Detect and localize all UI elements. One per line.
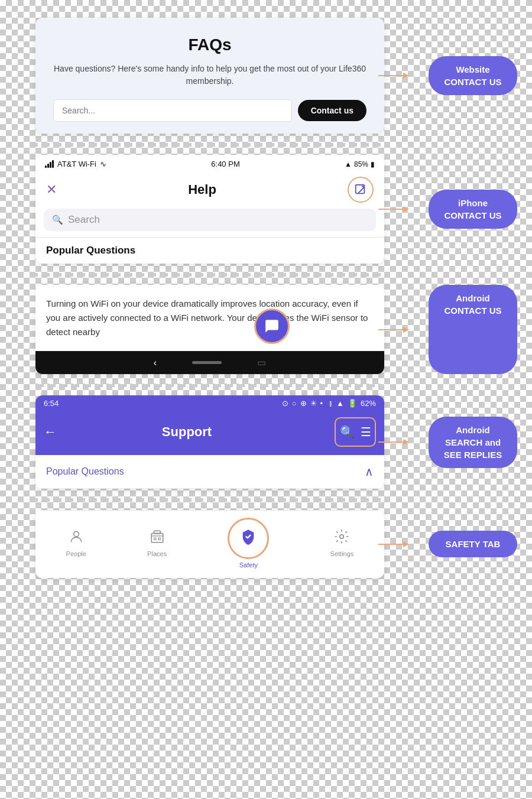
android-support-header: ← Support 🔍 ☰ bbox=[35, 411, 384, 455]
android-support-card: 6:54 ⊙ ○ ⊕ ✳ • ⫿ ▲ 🔋 62% ← Support bbox=[35, 395, 384, 489]
settings-icon bbox=[334, 529, 349, 548]
iphone-popular-questions: Popular Questions bbox=[35, 237, 384, 264]
arrow-connector2 bbox=[378, 203, 411, 215]
section5-row: People Places bbox=[35, 510, 532, 578]
carrier-label: AT&T Wi-Fi bbox=[57, 160, 96, 168]
nav-item-people[interactable]: People bbox=[66, 529, 86, 557]
android-chat-button[interactable] bbox=[254, 308, 290, 344]
arrow-connector3 bbox=[378, 324, 411, 336]
people-icon bbox=[69, 529, 84, 548]
safety-icon bbox=[240, 528, 257, 548]
arrow-connector bbox=[378, 70, 411, 82]
arrow-connector5 bbox=[378, 538, 411, 550]
section3-row: Turning on WiFi on your device dramatica… bbox=[35, 285, 532, 374]
android-bluetooth-icon: ✳ bbox=[310, 399, 317, 408]
android-recent-button[interactable]: ▭ bbox=[257, 357, 266, 368]
safety-label: Safety bbox=[239, 561, 258, 569]
android-search-icon[interactable]: 🔍 bbox=[340, 425, 355, 439]
android-time: 6:54 bbox=[44, 399, 59, 408]
android-battery-icon: 🔋 bbox=[348, 399, 357, 408]
places-icon bbox=[150, 529, 165, 548]
svg-rect-12 bbox=[154, 531, 160, 533]
faq-title: FAQs bbox=[53, 35, 366, 54]
search-icon: 🔍 bbox=[52, 215, 63, 225]
svg-rect-14 bbox=[154, 538, 155, 540]
divider4 bbox=[35, 498, 384, 502]
android-location-icon: ⊙ bbox=[282, 399, 288, 408]
android-contact-card: Turning on WiFi on your device dramatica… bbox=[35, 285, 384, 374]
settings-label: Settings bbox=[330, 550, 354, 557]
iphone-header: ✕ Help bbox=[35, 173, 384, 209]
main-container: FAQs Have questions? Here's some handy i… bbox=[0, 0, 532, 602]
section2-row: AT&T Wi-Fi ∿ 6:40 PM ▲ 85% ▮ ✕ Help bbox=[35, 155, 532, 264]
android-ring-icon: ○ bbox=[292, 399, 297, 408]
android-popular-label: Popular Questions bbox=[46, 466, 124, 477]
iphone-header-title: Help bbox=[188, 182, 216, 197]
nav-item-settings[interactable]: Settings bbox=[330, 529, 354, 557]
android-support-title: Support bbox=[39, 424, 335, 440]
edit-icon bbox=[354, 183, 367, 196]
android-vibrate-icon: ⫿ bbox=[329, 399, 333, 408]
faq-search-row: Contact us bbox=[53, 99, 366, 122]
android-popular-questions: Popular Questions ∧ bbox=[35, 455, 384, 489]
faq-card: FAQs Have questions? Here's some handy i… bbox=[35, 18, 384, 134]
svg-point-10 bbox=[73, 531, 79, 537]
android-collapse-icon[interactable]: ∧ bbox=[365, 465, 374, 479]
section1-label: Website CONTACT US bbox=[429, 56, 517, 95]
safety-circle bbox=[228, 518, 269, 559]
android-back-button[interactable]: ‹ bbox=[154, 358, 157, 368]
android-signal-icon: ▲ bbox=[336, 399, 344, 408]
android-status-icons: ⊙ ○ ⊕ ✳ • ⫿ ▲ 🔋 62% bbox=[282, 399, 376, 408]
nav-item-safety[interactable]: Safety bbox=[228, 518, 269, 569]
svg-point-16 bbox=[340, 535, 344, 539]
svg-rect-11 bbox=[151, 534, 163, 543]
safety-tab-card: People Places bbox=[35, 510, 384, 578]
android-search-menu-circle[interactable]: 🔍 ☰ bbox=[335, 417, 376, 447]
wifi-icon: ∿ bbox=[100, 160, 106, 168]
android-support-action-icons: 🔍 ☰ bbox=[335, 417, 376, 447]
android-dot-icon: • bbox=[320, 399, 323, 408]
section1-row: FAQs Have questions? Here's some handy i… bbox=[35, 18, 532, 134]
svg-marker-7 bbox=[403, 327, 409, 333]
section3-label: Android CONTACT US bbox=[429, 285, 517, 374]
android-menu-icon[interactable]: ☰ bbox=[361, 425, 371, 439]
android-wifi-icon: ⊕ bbox=[300, 399, 307, 408]
android-home-pill[interactable] bbox=[192, 361, 222, 364]
nav-item-places[interactable]: Places bbox=[147, 529, 167, 557]
people-label: People bbox=[66, 550, 86, 557]
section2-label: iPhone CONTACT US bbox=[429, 190, 517, 229]
svg-marker-1 bbox=[403, 73, 409, 79]
battery-icon: ▮ bbox=[371, 160, 375, 168]
chat-icon bbox=[264, 319, 280, 334]
android-statusbar: 6:54 ⊙ ○ ⊕ ✳ • ⫿ ▲ 🔋 62% bbox=[35, 395, 384, 411]
iphone-carrier-area: AT&T Wi-Fi ∿ bbox=[45, 160, 106, 168]
svg-marker-9 bbox=[403, 439, 409, 445]
divider1 bbox=[35, 143, 384, 147]
faq-subtitle: Have questions? Here's some handy info t… bbox=[53, 63, 366, 87]
section4-row: 6:54 ⊙ ○ ⊕ ✳ • ⫿ ▲ 🔋 62% ← Support bbox=[35, 395, 532, 489]
iphone-search-bar[interactable]: 🔍 Search bbox=[44, 209, 376, 231]
close-button[interactable]: ✕ bbox=[46, 182, 57, 197]
section5-label: SAFETY TAB bbox=[429, 531, 517, 557]
svg-rect-15 bbox=[158, 538, 160, 540]
iphone-statusbar: AT&T Wi-Fi ∿ 6:40 PM ▲ 85% ▮ bbox=[35, 155, 384, 173]
svg-marker-5 bbox=[403, 206, 409, 212]
iphone-card: AT&T Wi-Fi ∿ 6:40 PM ▲ 85% ▮ ✕ Help bbox=[35, 155, 384, 264]
bottom-nav: People Places bbox=[35, 510, 384, 578]
arrow-connector4 bbox=[378, 436, 411, 448]
search-placeholder: Search bbox=[68, 214, 100, 226]
faq-contact-button[interactable]: Contact us bbox=[298, 100, 366, 121]
location-icon: ▲ bbox=[345, 160, 352, 168]
divider2 bbox=[35, 273, 384, 277]
battery-area: ▲ 85% ▮ bbox=[345, 160, 375, 168]
faq-search-input[interactable] bbox=[53, 99, 292, 122]
battery-label: 85% bbox=[354, 160, 368, 168]
android-navbar: ‹ ▭ bbox=[35, 351, 384, 374]
android-text: Turning on WiFi on your device dramatica… bbox=[35, 285, 384, 351]
divider3 bbox=[35, 384, 384, 387]
places-label: Places bbox=[147, 550, 167, 557]
time-label: 6:40 PM bbox=[211, 160, 239, 168]
edit-button-circle[interactable] bbox=[348, 177, 374, 203]
svg-marker-18 bbox=[403, 541, 409, 547]
svg-line-3 bbox=[358, 187, 364, 193]
